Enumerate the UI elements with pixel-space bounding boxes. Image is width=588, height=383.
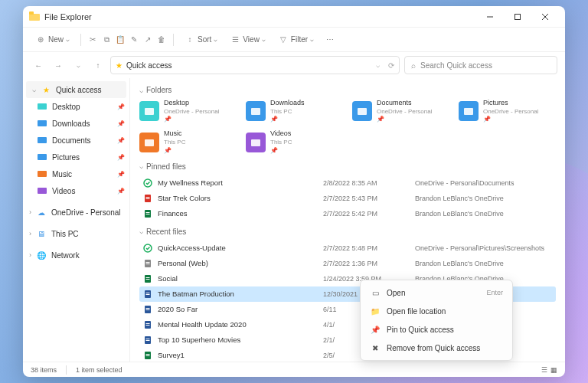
- context-menu-item[interactable]: 📌Pin to Quick access: [364, 320, 509, 339]
- file-date: 2/7/2022 5:48 PM: [323, 244, 415, 252]
- pin-icon: 📌: [483, 116, 538, 123]
- file-icon: [142, 304, 153, 315]
- folder-item[interactable]: DocumentsOneDrive - Personal📌: [352, 99, 449, 123]
- view-button[interactable]: ☰ View ⌵: [225, 31, 270, 48]
- pin-icon: 📌: [370, 324, 381, 335]
- file-date: 2/8/2022 8:35 AM: [323, 179, 415, 187]
- file-row[interactable]: Finances2/7/2022 5:42 PMBrandon LeBlanc'…: [139, 206, 556, 221]
- search-box[interactable]: ⌕ Search Quick access: [404, 56, 557, 74]
- folder-icon: 📁: [370, 306, 381, 316]
- pin-icon: 📌: [117, 188, 125, 195]
- file-name: Star Trek Colors: [158, 194, 323, 202]
- pin-icon: 📌: [117, 103, 125, 110]
- sidebar-item-music[interactable]: Music📌: [23, 165, 129, 182]
- maximize-button[interactable]: [504, 6, 531, 28]
- sidebar-item-desktop[interactable]: Desktop📌: [23, 98, 129, 115]
- sidebar-group[interactable]: ›🖥This PC: [23, 225, 129, 242]
- folder-item[interactable]: VideosThis PC📌: [246, 129, 343, 154]
- close-button[interactable]: [531, 6, 559, 28]
- sidebar-item-downloads[interactable]: Downloads📌: [23, 115, 129, 132]
- folder-icon: [37, 185, 47, 196]
- file-icon: [142, 208, 153, 219]
- group-icon: 🖥: [36, 228, 47, 239]
- sidebar-item-videos[interactable]: Videos📌: [23, 182, 129, 199]
- back-button[interactable]: ←: [31, 57, 46, 73]
- sidebar-item-pictures[interactable]: Pictures📌: [23, 149, 129, 165]
- chevron-right-icon: ›: [29, 208, 31, 216]
- svg-rect-11: [38, 188, 47, 194]
- paste-button[interactable]: 📋: [115, 34, 126, 45]
- file-location: Brandon LeBlanc's OneDrive: [415, 260, 553, 267]
- more-button[interactable]: ⋯: [322, 32, 338, 47]
- svg-rect-36: [146, 308, 150, 309]
- sidebar-group[interactable]: ›🌐Network: [23, 247, 129, 264]
- folder-icon: [37, 152, 47, 162]
- svg-rect-31: [146, 279, 150, 280]
- file-name: Survey1: [158, 351, 323, 359]
- pin-icon: 📌: [117, 154, 125, 161]
- sidebar-group[interactable]: ›☁OneDrive - Personal: [23, 204, 129, 221]
- file-name: Mental Health Update 2020: [158, 320, 323, 329]
- cut-button[interactable]: ✂: [87, 34, 98, 45]
- folder-item[interactable]: DesktopOneDrive - Personal📌: [139, 99, 237, 123]
- copy-button[interactable]: ⧉: [101, 34, 112, 45]
- svg-rect-20: [146, 197, 150, 198]
- rename-button[interactable]: ✎: [129, 34, 139, 45]
- context-menu-item[interactable]: ▭OpenEnter: [364, 283, 509, 302]
- svg-rect-30: [146, 277, 150, 278]
- file-row[interactable]: Star Trek Colors2/7/2022 5:43 PMBrandon …: [139, 191, 556, 206]
- sidebar-item-documents[interactable]: Documents📌: [23, 132, 129, 149]
- file-row[interactable]: Personal (Web)2/7/2022 1:36 PMBrandon Le…: [139, 256, 556, 271]
- chevron-right-icon: ›: [29, 251, 31, 259]
- chevron-down-icon: ⌵: [310, 36, 314, 43]
- refresh-icon[interactable]: ⟳: [388, 61, 394, 70]
- window-controls: [476, 6, 559, 28]
- sort-button[interactable]: ↕ Sort ⌵: [180, 31, 222, 48]
- share-button[interactable]: ↗: [142, 34, 153, 45]
- chevron-down-icon: ⌵: [32, 86, 36, 93]
- pinned-header[interactable]: ⌵ Pinned files: [139, 162, 556, 171]
- file-icon: [142, 289, 153, 300]
- svg-rect-42: [146, 339, 150, 339]
- details-view-button[interactable]: ☰: [541, 366, 547, 374]
- sidebar-quick-access[interactable]: ⌵ ★ Quick access: [26, 81, 126, 98]
- path-box[interactable]: ★ Quick access ⌵ ⟳: [110, 56, 400, 74]
- context-menu-item[interactable]: 📁Open file location: [364, 302, 509, 320]
- file-location: OneDrive - Personal\Documents: [415, 179, 553, 187]
- chevron-down-icon[interactable]: ⌵: [376, 61, 380, 69]
- minimize-button[interactable]: [476, 6, 504, 28]
- recent-button[interactable]: ⌵: [70, 57, 86, 73]
- svg-rect-23: [146, 212, 150, 213]
- folder-icon: [139, 133, 159, 152]
- folder-item[interactable]: MusicThis PC📌: [139, 129, 237, 154]
- pin-icon: 📌: [117, 120, 125, 127]
- svg-rect-6: [38, 103, 47, 110]
- file-row[interactable]: My Wellness Report2/8/2022 8:35 AMOneDri…: [139, 175, 556, 191]
- new-button[interactable]: ⊕ New ⌵: [31, 31, 74, 48]
- file-name: My Wellness Report: [158, 178, 323, 187]
- folders-header[interactable]: ⌵ Folders: [139, 86, 556, 94]
- svg-rect-24: [146, 214, 150, 214]
- folder-icon: [139, 101, 159, 121]
- file-row[interactable]: QuickAccess-Update2/7/2022 5:48 PMOneDri…: [139, 241, 556, 256]
- up-button[interactable]: ↑: [90, 57, 106, 73]
- forward-button[interactable]: →: [51, 57, 66, 73]
- file-date: 2/7/2022 1:36 PM: [323, 260, 415, 267]
- star-icon: ★: [116, 61, 122, 70]
- filter-button[interactable]: ▽ Filter ⌵: [273, 31, 318, 48]
- folder-item[interactable]: PicturesOneDrive - Personal📌: [459, 99, 556, 123]
- file-name: Social: [158, 274, 323, 283]
- svg-rect-33: [146, 293, 150, 293]
- recent-header[interactable]: ⌵ Recent files: [139, 228, 556, 236]
- file-icon: [142, 335, 153, 345]
- chevron-down-icon: ⌵: [139, 162, 143, 170]
- svg-rect-39: [146, 323, 150, 324]
- file-icon: [142, 178, 153, 188]
- file-location: OneDrive - Personal\Pictures\Screenshots: [415, 244, 553, 252]
- file-name: Personal (Web): [158, 259, 323, 267]
- folder-item[interactable]: DownloadsThis PC📌: [246, 99, 343, 123]
- delete-button[interactable]: 🗑: [156, 34, 167, 45]
- folders-grid: DesktopOneDrive - Personal📌DownloadsThis…: [139, 99, 556, 155]
- thumbnails-view-button[interactable]: ▦: [550, 366, 557, 374]
- context-menu-item[interactable]: ✖Remove from Quick access: [364, 339, 509, 357]
